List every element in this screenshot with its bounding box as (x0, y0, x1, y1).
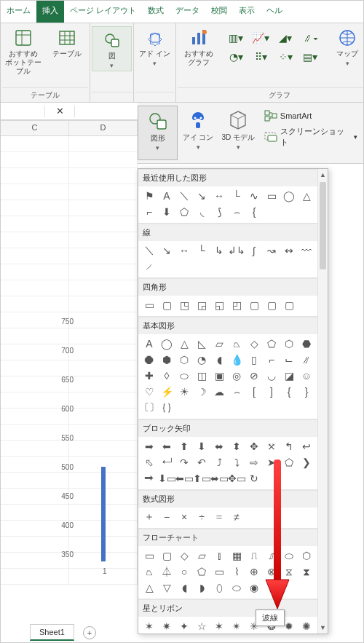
cell[interactable] (69, 409, 138, 425)
shape-smiley[interactable]: ☺ (298, 368, 314, 383)
shape-arrow-down[interactable]: ⬇ (159, 205, 175, 219)
cell[interactable] (1, 569, 69, 585)
shape-arrow-quad-callout[interactable]: ✥▭ (229, 471, 245, 486)
shape-arrow-dcallout[interactable]: ⬇▭ (159, 471, 175, 486)
shape-freeform-scribble[interactable]: 〰 (298, 243, 314, 258)
shape-brace-pair[interactable]: ｛｝ (159, 401, 175, 415)
cell[interactable] (1, 328, 69, 344)
shape-trapezoid[interactable]: ⏢ (229, 336, 245, 351)
shape-cube[interactable]: ◫ (194, 368, 210, 383)
shape-arrow-curvedu[interactable]: ⤴ (211, 455, 227, 470)
shape-frame[interactable]: ▯ (246, 352, 262, 367)
shape-heptagon[interactable]: ⬣ (298, 336, 314, 351)
cell[interactable] (1, 360, 69, 376)
shape-bevel[interactable]: ▣ (211, 368, 227, 383)
map-button[interactable]: マップ (326, 26, 364, 68)
shape-multiply[interactable]: × (176, 510, 192, 524)
chart-type-combo[interactable]: ⫽▾ (298, 29, 322, 47)
cell[interactable] (1, 296, 69, 312)
shape-star7[interactable]: ✴ (229, 619, 245, 634)
shape-plus[interactable]: ＋ (141, 510, 157, 524)
scrollbar[interactable]: ▲ ▼ (317, 169, 328, 634)
shape-arrow-lrcallout[interactable]: ⬌▭ (211, 471, 227, 486)
shape-quarter-arc[interactable]: ◟ (194, 205, 210, 219)
cell[interactable] (1, 200, 69, 216)
shape-arrow-ucallout[interactable]: ⬆▭ (194, 471, 210, 486)
shape-arrow-uturn[interactable]: ↩ (298, 439, 314, 454)
shape-fc-predefined[interactable]: ⫿ (211, 548, 227, 563)
scroll-up[interactable]: ▲ (318, 169, 328, 181)
shape-fc-prep[interactable]: ⬡ (298, 548, 314, 563)
shape-divide[interactable]: ÷ (194, 510, 210, 524)
scroll-thumb[interactable] (320, 182, 326, 269)
chart-type-bar[interactable]: ▥▾ (224, 29, 248, 47)
cell[interactable] (69, 232, 138, 248)
shape-fc-tape[interactable]: ⌇ (229, 564, 245, 579)
shape-dodecagon[interactable]: ⬡ (176, 352, 192, 367)
shape-fc-junction[interactable]: ⊕ (246, 564, 262, 579)
shape-line-1[interactable]: ＼ (141, 243, 157, 258)
cell[interactable] (1, 441, 69, 457)
cell[interactable] (69, 328, 138, 344)
cell[interactable] (1, 216, 69, 232)
shape-parallelogram[interactable]: ▱ (211, 336, 227, 351)
shape-hexagon[interactable]: ⬡ (281, 336, 297, 351)
shape-fc-process[interactable]: ▭ (141, 548, 157, 563)
shape-fc-document[interactable]: ⎍ (246, 548, 262, 563)
shape-fc-data[interactable]: ▱ (194, 548, 210, 563)
shape-arrow-lu[interactable]: ⬁ (141, 455, 157, 470)
shape-arrow-curvedd[interactable]: ⤵ (229, 455, 245, 470)
shape-arrow-bent[interactable]: ↰ (281, 439, 297, 454)
shape-curve[interactable]: ⟆ (211, 205, 227, 219)
shape-arrow-striped[interactable]: ⇨ (246, 455, 262, 470)
shape-connector-curved[interactable]: ∿ (246, 189, 262, 203)
cell[interactable] (69, 136, 138, 152)
cell[interactable] (1, 184, 69, 200)
col-header-d[interactable]: D (69, 121, 138, 135)
shape-not-equal[interactable]: ≠ (229, 510, 245, 524)
shape-cloud[interactable]: ☁ (211, 384, 227, 399)
shape-no[interactable]: ⊘ (246, 368, 262, 383)
shape-fc-card[interactable]: ▭ (211, 564, 227, 579)
shape-arrow-curvedl[interactable]: ↶ (194, 455, 210, 470)
chart-type-waterfall[interactable]: ▤▾ (298, 48, 322, 66)
shapes-dropdown-button[interactable]: 図形 (138, 106, 178, 160)
shape-equal[interactable]: ＝ (211, 510, 227, 524)
shape-arrow-lru[interactable]: ⤧ (264, 439, 280, 454)
cell[interactable] (1, 473, 69, 489)
shape-fc-decision[interactable]: ◇ (176, 548, 192, 563)
shape-fc-offpage[interactable]: ⬠ (194, 564, 210, 579)
cell[interactable] (69, 296, 138, 312)
shape-folded-corner[interactable]: ◪ (281, 368, 297, 383)
cell[interactable] (69, 216, 138, 232)
shape-curve-arrow[interactable]: ↝ (264, 243, 280, 258)
tab-formula[interactable]: 数式 (142, 1, 170, 23)
cell[interactable] (69, 184, 138, 200)
shape-fc-or[interactable]: ⊗ (264, 564, 280, 579)
shape-round-1[interactable]: ◰ (229, 298, 245, 312)
shape-arrow-bentup[interactable]: ⮠ (159, 455, 175, 470)
shape-arrow-down-b[interactable]: ⬇ (194, 439, 210, 454)
shape-minus[interactable]: − (159, 510, 175, 524)
shape-rect[interactable]: ▭ (264, 189, 280, 203)
cell[interactable] (69, 360, 138, 376)
chart-type-hier[interactable]: ◔▾ (224, 48, 248, 66)
shape-explosion2[interactable]: ✷ (159, 619, 175, 634)
cell[interactable] (69, 441, 138, 457)
cell[interactable] (69, 200, 138, 216)
cell[interactable] (1, 168, 69, 184)
shape-decagon[interactable]: ⬢ (159, 352, 175, 367)
shape-arrow-circular[interactable]: ↻ (246, 471, 262, 486)
cell[interactable] (1, 152, 69, 168)
smartart-button[interactable]: SmartArt (264, 110, 357, 122)
shape-fc-terminator[interactable]: ⬭ (281, 548, 297, 563)
shape-l-connector[interactable]: ⌐ (141, 205, 157, 219)
cell[interactable] (1, 232, 69, 248)
shape-pentagon-b[interactable]: ⬠ (264, 336, 280, 351)
shape-arrow-rcallout[interactable]: ⮕ (141, 471, 157, 486)
tab-view[interactable]: 表示 (233, 1, 261, 23)
cell[interactable] (69, 376, 138, 392)
table-button[interactable]: テーブル (46, 26, 88, 77)
shape-snip-diag[interactable]: ◱ (211, 298, 227, 312)
shape-fc-stored[interactable]: ◖ (176, 580, 192, 595)
